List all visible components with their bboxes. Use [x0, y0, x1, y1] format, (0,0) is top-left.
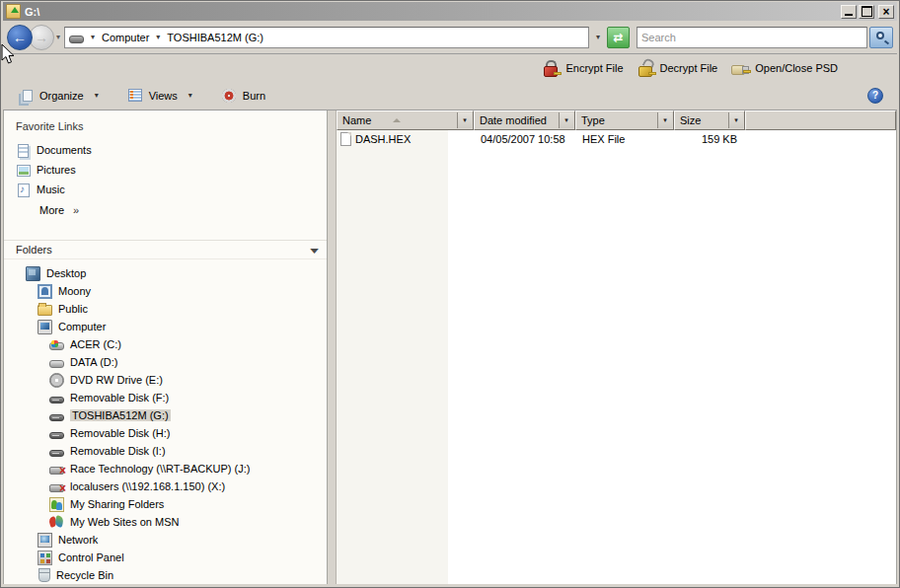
folders-band[interactable]: Folders ▾ — [4, 240, 327, 259]
window-icon — [6, 4, 21, 19]
tree-item[interactable]: Removable Disk (I:) — [4, 442, 327, 460]
header-filler — [745, 110, 896, 130]
pictures-icon — [16, 163, 31, 178]
decrypt-lock-icon — [638, 60, 654, 76]
favorite-link[interactable]: Music — [4, 180, 327, 199]
hard-drive-icon — [49, 360, 64, 368]
close-button[interactable]: × — [878, 5, 894, 19]
column-header[interactable]: Name ▾ — [337, 110, 474, 130]
navigation-pane: Favorite Links Documents Pictures Music — [3, 110, 328, 584]
desktop-icon — [26, 266, 40, 281]
toolbar-button[interactable]: Burn ▾ — [214, 86, 273, 106]
tree-item[interactable]: DVD RW Drive (E:) — [4, 371, 327, 389]
folder-tree: Desktop Moony Public Computer ACER (C:) — [4, 259, 327, 584]
tree-item[interactable]: Removable Disk (F:) — [4, 389, 327, 406]
tree-item[interactable]: DATA (D:) — [4, 353, 327, 371]
help-button[interactable]: ? — [867, 88, 883, 104]
sharing-folders-icon — [49, 497, 64, 512]
recent-pages-dropdown[interactable]: ▾ — [54, 33, 64, 41]
column-headers: Name ▾ Date modified ▾ Type ▾ Si — [337, 110, 896, 130]
tree-item[interactable]: Computer — [4, 318, 327, 335]
address-bar: ← → ▾ ComputerTOSHIBA512M (G:) ▾ ⇄ — [3, 21, 897, 54]
dvd-drive-icon — [49, 373, 64, 388]
column-header[interactable]: Type ▾ — [575, 110, 674, 130]
address-history-dropdown[interactable]: ▾ — [589, 33, 607, 41]
command-toolbar: Organize ▾ Views ▾ Burn ▾ ? — [3, 81, 897, 110]
column-filter-dropdown[interactable]: ▾ — [657, 112, 672, 128]
views-icon — [128, 89, 142, 102]
tree-item[interactable]: Desktop — [4, 264, 327, 282]
tree-item[interactable]: Recycle Bin — [4, 566, 327, 584]
column-filter-dropdown[interactable]: ▾ — [559, 112, 573, 128]
network-icon — [38, 533, 52, 548]
search-button[interactable] — [869, 27, 893, 48]
action-buttons: Encrypt File Decrypt File Open/Close PSD — [543, 60, 838, 76]
network-drive-disconnected-icon — [49, 484, 64, 492]
tree-item[interactable]: TOSHIBA512M (G:) — [4, 406, 327, 424]
user-icon — [38, 284, 52, 299]
usb-drive-icon — [731, 62, 749, 74]
tree-item[interactable]: My Web Sites on MSN — [4, 513, 327, 531]
search-box[interactable] — [637, 27, 867, 48]
address-field[interactable]: ComputerTOSHIBA512M (G:) — [64, 27, 589, 48]
search-input[interactable] — [638, 32, 866, 43]
tree-item[interactable]: Control Panel — [4, 549, 327, 566]
back-button[interactable]: ← — [7, 25, 33, 50]
action-button[interactable]: Open/Close PSD — [731, 62, 838, 74]
maximize-button[interactable] — [859, 5, 874, 19]
favorite-links-header: Favorite Links — [4, 120, 327, 140]
encrypt-lock-icon — [543, 60, 560, 76]
file-list: Name ▾ Date modified ▾ Type ▾ Si — [337, 110, 897, 584]
close-icon: × — [882, 7, 889, 17]
file-row[interactable]: DASH.HEX 04/05/2007 10:58 HEX File 159 K… — [337, 130, 896, 147]
breadcrumb-segment[interactable]: TOSHIBA512M (G:) — [149, 32, 263, 43]
removable-drive-icon — [49, 450, 64, 457]
system-drive-icon — [49, 342, 64, 350]
breadcrumb-segment[interactable]: Computer — [84, 32, 149, 43]
column-header[interactable]: Date modified ▾ — [474, 110, 575, 130]
tree-item[interactable]: Public — [4, 300, 327, 318]
toolbar-button[interactable]: Views ▾ — [120, 86, 200, 105]
explorer-window: G:\ × ← → ▾ ComputerTOSHIBA512M (G:) ▾ ⇄ — [0, 0, 900, 588]
refresh-icon: ⇄ — [613, 31, 623, 44]
control-panel-icon — [38, 551, 52, 565]
favorite-link[interactable]: Documents — [4, 140, 327, 160]
minimize-button[interactable] — [841, 5, 857, 19]
chevron-down-icon: ▾ — [95, 91, 99, 100]
title-bar[interactable]: G:\ × — [3, 2, 897, 21]
tree-item[interactable]: Race Technology (\\RT-BACKUP) (J:) — [4, 460, 327, 478]
burn-icon — [222, 89, 236, 103]
column-filter-dropdown[interactable]: ▾ — [457, 112, 472, 128]
refresh-button[interactable]: ⇄ — [607, 27, 630, 48]
network-drive-disconnected-icon — [49, 467, 64, 475]
documents-icon — [16, 143, 31, 158]
back-icon: ← — [13, 30, 27, 45]
action-button[interactable]: Encrypt File — [543, 60, 623, 76]
menu-bar: Encrypt File Decrypt File Open/Close PSD — [3, 54, 897, 81]
help-icon: ? — [872, 90, 878, 101]
pane-splitter[interactable] — [328, 110, 337, 584]
tree-item[interactable]: My Sharing Folders — [4, 495, 327, 513]
file-icon — [340, 132, 351, 146]
tree-item[interactable]: localusers (\\192.168.1.150) (X:) — [4, 478, 327, 495]
column-header[interactable]: Size ▾ — [674, 110, 745, 130]
column-filter-dropdown[interactable]: ▾ — [728, 112, 743, 128]
window-title: G:\ — [25, 6, 837, 18]
tree-item[interactable]: Network — [4, 531, 327, 549]
sort-ascending-icon — [393, 118, 401, 122]
drive-icon — [69, 36, 84, 43]
double-chevron-icon: » — [73, 204, 79, 216]
tree-item[interactable]: ACER (C:) — [4, 335, 327, 353]
favorite-link[interactable]: Pictures — [4, 160, 327, 180]
removable-drive-icon — [49, 432, 64, 439]
recycle-bin-icon — [38, 569, 50, 582]
toolbar-button[interactable]: Organize ▾ — [11, 86, 107, 106]
chevron-down-icon: ▾ — [188, 91, 192, 100]
favorite-links-panel: Favorite Links Documents Pictures Music — [4, 110, 327, 226]
organize-icon — [19, 89, 33, 103]
tree-item[interactable]: Moony — [4, 282, 327, 300]
tree-item[interactable]: Removable Disk (H:) — [4, 424, 327, 442]
folder-icon — [38, 305, 52, 316]
more-links[interactable]: More » — [4, 199, 327, 220]
action-button[interactable]: Decrypt File — [638, 60, 718, 76]
